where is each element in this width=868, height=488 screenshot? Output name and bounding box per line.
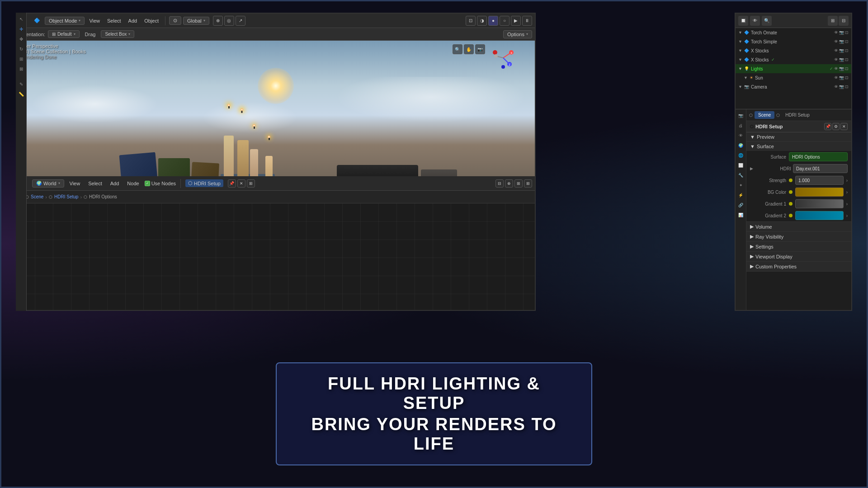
sidebar-rotate-icon[interactable]: ↻ [17, 44, 26, 53]
hdri-settings-btn[interactable]: ⚙ [832, 123, 840, 130]
node-pin-btn[interactable]: 📌 [228, 179, 236, 188]
outliner-item-sun[interactable]: ▼ ☀ Sun 👁 📷 ⊡ [741, 73, 851, 82]
panel-scene-icon[interactable]: 🔲 [738, 16, 748, 26]
panel-sort-icon[interactable]: ⊟ [839, 16, 849, 26]
node-view-menu[interactable]: View [67, 180, 83, 187]
panel-toolbar: 🔲 👁 🔍 ⊞ ⊟ [736, 14, 851, 28]
strength-value[interactable]: 1.000 [795, 176, 844, 185]
svg-point-6 [501, 65, 505, 69]
svg-text:X: X [510, 52, 513, 55]
prop-modifier-icon[interactable]: 🔧 [736, 171, 745, 180]
chevron-custom: ▶ [750, 263, 754, 269]
add-menu[interactable]: Add [126, 17, 140, 24]
use-nodes-toggle[interactable]: ✓ Use Nodes [145, 181, 176, 186]
strength-expand[interactable]: › [846, 178, 848, 183]
sidebar-cursor-icon[interactable]: ✛ [17, 24, 26, 33]
node-zoom-out[interactable]: ⊟ [495, 179, 504, 188]
viewport-shade-3[interactable]: ● [488, 16, 498, 26]
global-dropdown[interactable]: Global ▾ [183, 17, 209, 25]
breadcrumb-sep-2: › [80, 194, 82, 200]
pause-button[interactable]: ⏸ [522, 16, 532, 26]
gradient2-expand[interactable]: › [846, 213, 848, 218]
outliner-item-camera[interactable]: ▼ 📷 Camera 👁 📷 ⊡ [736, 82, 851, 91]
tab-scene[interactable]: Scene [755, 111, 774, 119]
hdri-close-btn[interactable]: ✕ [840, 123, 848, 130]
options-dropdown[interactable]: Options ▾ [503, 30, 532, 38]
viewport-hand-button[interactable]: ✋ [464, 44, 474, 54]
prop-render-icon[interactable]: 📷 [736, 111, 745, 120]
proportional-button[interactable]: ◎ [224, 16, 234, 26]
prop-particle-icon[interactable]: ✦ [736, 181, 745, 190]
panel-filter-icon[interactable]: ⊞ [828, 16, 838, 26]
node-layout[interactable]: ⊞ [514, 179, 523, 188]
ray-visibility-header[interactable]: ▶ Ray Visibility [746, 232, 851, 241]
mode-dropdown[interactable]: Object Mode ▾ [45, 17, 85, 25]
prop-constraints-icon[interactable]: 🔗 [736, 201, 745, 210]
sidebar-move-icon[interactable]: ✥ [17, 34, 26, 43]
custom-props-header[interactable]: ▶ Custom Properties [746, 262, 851, 271]
node-add-menu[interactable]: Add [108, 180, 122, 187]
sidebar-select-icon[interactable]: ↖ [17, 14, 26, 23]
node-x-btn[interactable]: ✕ [237, 179, 245, 188]
viewport-shade-2[interactable]: ◑ [477, 16, 487, 26]
node-select-menu[interactable]: Select [85, 180, 105, 187]
panel-search-icon[interactable]: 🔍 [762, 16, 772, 26]
bg-color-value[interactable] [795, 188, 844, 197]
viewport-shade-1[interactable]: ⊡ [466, 16, 476, 26]
outliner-item-xstocks-2[interactable]: ▼ 🔷 X Stocks ✓ 👁 📷 ⊡ [736, 55, 851, 64]
drag-toggle[interactable]: Drag [82, 31, 99, 38]
snap-button[interactable]: ⊕ [213, 16, 223, 26]
render-button[interactable]: ▶ [511, 16, 521, 26]
mode-icon[interactable]: 🔷 [31, 17, 43, 24]
orientation-dropdown[interactable]: ⊞ Default ▾ [48, 30, 80, 38]
viewport-shade-4[interactable]: ○ [500, 16, 509, 26]
surface-row: Surface HDRI Options [746, 151, 851, 163]
surface-value[interactable]: HDRI Options [789, 152, 848, 161]
hdri-value[interactable]: Day.exr.001 [793, 164, 848, 173]
view-menu[interactable]: View [86, 17, 103, 24]
node-node-menu[interactable]: Node [124, 180, 142, 187]
node-zoom-in[interactable]: ⊕ [505, 179, 513, 188]
hdri-pin-btn[interactable]: 📌 [824, 123, 831, 130]
prop-data-icon[interactable]: 📊 [736, 211, 745, 220]
settings-header[interactable]: ▶ Settings [746, 242, 851, 251]
sidebar-transform-icon[interactable]: ⊠ [17, 64, 26, 73]
prop-object-icon[interactable]: ⬜ [736, 161, 745, 170]
prop-world-icon[interactable]: 🌐 [736, 151, 745, 160]
separator-1 [165, 16, 165, 25]
viewport-display-header[interactable]: ▶ Viewport Display [746, 252, 851, 261]
panel-view-icon[interactable]: 👁 [750, 16, 760, 26]
gradient2-value[interactable] [795, 211, 844, 220]
node-more[interactable]: ⊞ [524, 179, 532, 188]
prop-scene-icon[interactable]: 🌍 [736, 141, 745, 150]
object-menu[interactable]: Object [142, 17, 161, 24]
prop-view-icon[interactable]: 👁 [736, 131, 745, 140]
transform-button[interactable]: ↗ [236, 16, 245, 26]
outliner-item-torch-ornate[interactable]: ▼ 🔷 Torch Ornate 👁 📷 ⊡ [736, 28, 851, 37]
tab-hdri-setup[interactable]: HDRI Setup [782, 111, 813, 119]
world-dropdown[interactable]: 🌍 World ▾ [32, 179, 64, 188]
hdri-setup-tab[interactable]: ⬡ HDRI Setup [185, 179, 223, 187]
volume-header[interactable]: ▶ Volume [746, 222, 851, 231]
clouds [17, 77, 535, 145]
outliner-item-xstocks-1[interactable]: ▼ 🔷 X Stocks 👁 📷 ⊡ [736, 46, 851, 55]
transform-pivot[interactable]: ⊙ [169, 16, 181, 25]
viewport-zoom-button[interactable]: 🔍 [453, 44, 462, 54]
outliner-item-lights[interactable]: ▼ 💡 Lights ✓ 👁 📷 ⊡ [736, 64, 851, 73]
outliner-item-torch-simple[interactable]: ▼ 🔷 Torch Simple 👁 📷 ⊡ [736, 37, 851, 46]
sidebar-measure-icon[interactable]: 📏 [17, 89, 26, 99]
surface-header[interactable]: ▼ Surface [746, 142, 851, 151]
gradient1-expand[interactable]: › [846, 202, 848, 206]
node-nav-btn[interactable]: ⊞ [247, 179, 255, 188]
gradient1-value[interactable] [795, 199, 844, 208]
navigation-gizmo[interactable]: X Z [490, 44, 517, 71]
prop-output-icon[interactable]: 🖨 [736, 121, 745, 130]
select-box-dropdown[interactable]: Select Box ▾ [101, 30, 134, 38]
sidebar-annotate-icon[interactable]: ✎ [17, 80, 26, 89]
select-menu[interactable]: Select [104, 17, 124, 24]
prop-physics-icon[interactable]: ⚡ [736, 191, 745, 200]
preview-header[interactable]: ▼ Preview [746, 132, 851, 141]
bg-color-expand[interactable]: › [846, 190, 848, 195]
sidebar-scale-icon[interactable]: ⊞ [17, 54, 26, 63]
viewport-camera-button[interactable]: 📷 [475, 44, 485, 54]
